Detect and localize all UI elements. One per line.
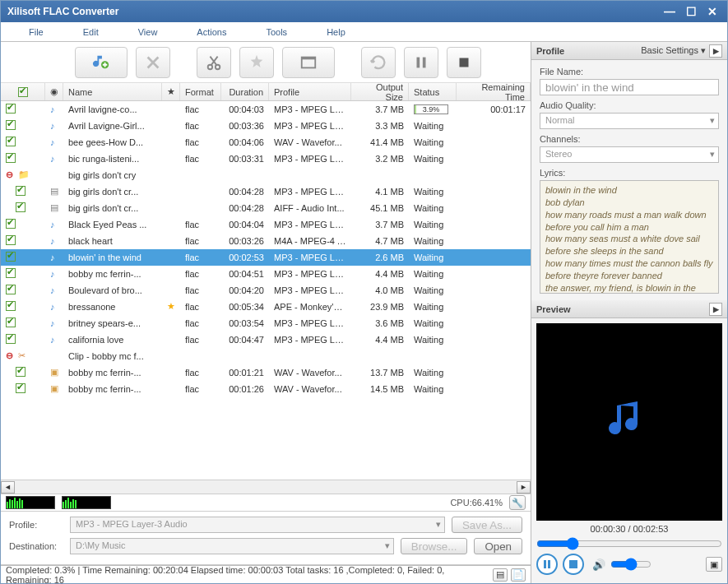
col-format[interactable]: Format bbox=[180, 83, 221, 100]
scroll-right-button[interactable]: ► bbox=[517, 481, 531, 494]
clip-button[interactable] bbox=[282, 47, 335, 78]
row-checkbox[interactable] bbox=[6, 252, 16, 262]
col-remaining[interactable]: Remaining Time bbox=[457, 83, 531, 100]
menu-file[interactable]: File bbox=[9, 24, 63, 40]
progress-bar: 3.9% bbox=[414, 104, 448, 114]
maximize-button[interactable]: ☐ bbox=[683, 5, 699, 18]
menu-view[interactable]: View bbox=[118, 24, 178, 40]
table-row[interactable]: ⊖ ✂Clip - bobby mc f... bbox=[1, 348, 531, 364]
svg-rect-5 bbox=[423, 57, 426, 67]
table-row[interactable]: ♪Black Eyed Peas ...flac00:04:04MP3 - MP… bbox=[1, 216, 531, 233]
table-row[interactable]: ♪Avril Lavigne-Girl...flac00:03:36MP3 - … bbox=[1, 118, 531, 134]
row-checkbox[interactable] bbox=[6, 334, 16, 344]
table-row[interactable]: ♪bic runga-listeni...flac00:03:31MP3 - M… bbox=[1, 151, 531, 167]
row-checkbox[interactable] bbox=[6, 285, 16, 294]
scroll-left-button[interactable]: ◄ bbox=[1, 481, 15, 494]
table-row[interactable]: ♪Avril lavigne-co...flac00:04:03MP3 - MP… bbox=[1, 101, 531, 118]
table-row[interactable]: ♪california loveflac00:04:47MP3 - MPEG L… bbox=[1, 331, 531, 348]
settings-button[interactable]: 🔧 bbox=[509, 495, 526, 510]
table-row[interactable]: ♪britney spears-e...flac00:03:54MP3 - MP… bbox=[1, 315, 531, 331]
row-checkbox[interactable] bbox=[6, 120, 16, 130]
preview-display bbox=[536, 323, 722, 521]
save-as-button[interactable]: Save As... bbox=[452, 517, 522, 533]
col-star[interactable]: ★ bbox=[162, 83, 180, 100]
lyrics-textarea[interactable]: blowin in the windbob dylanhow many road… bbox=[540, 180, 719, 294]
row-checkbox[interactable] bbox=[16, 202, 26, 212]
table-row[interactable]: ♪bressanone★flac00:05:34APE - Monkey's .… bbox=[1, 299, 531, 315]
col-output-size[interactable]: Output Size bbox=[351, 83, 409, 100]
row-checkbox[interactable] bbox=[6, 104, 16, 114]
quality-combo[interactable]: Normal bbox=[540, 113, 719, 129]
table-row[interactable]: ▣bobby mc ferrin-...flac00:01:26WAV - Wa… bbox=[1, 381, 531, 397]
row-checkbox[interactable] bbox=[6, 153, 16, 163]
play-pause-button[interactable] bbox=[536, 554, 558, 575]
table-row[interactable]: ♪bobby mc ferrin-...flac00:04:51MP3 - MP… bbox=[1, 266, 531, 282]
cut-button[interactable] bbox=[197, 47, 231, 78]
table-row[interactable]: ♪black heartflac00:03:26M4A - MPEG-4 A..… bbox=[1, 233, 531, 249]
channels-combo[interactable]: Stereo bbox=[540, 146, 719, 163]
row-checkbox[interactable] bbox=[6, 317, 16, 327]
profile-combo[interactable]: MP3 - MPEG Layer-3 Audio bbox=[70, 517, 445, 533]
player-controls: 🔊 ▣ bbox=[536, 550, 722, 578]
row-checkbox[interactable] bbox=[6, 219, 16, 229]
add-button[interactable] bbox=[75, 47, 128, 78]
table-row[interactable]: ♪blowin' in the windflac00:02:53MP3 - MP… bbox=[1, 249, 531, 266]
filename-input[interactable] bbox=[540, 79, 719, 95]
row-checkbox[interactable] bbox=[6, 137, 16, 146]
profile-title: Profile bbox=[536, 46, 564, 56]
col-type[interactable]: ◉ bbox=[45, 83, 63, 100]
row-checkbox[interactable] bbox=[6, 235, 16, 245]
open-button[interactable]: Open bbox=[474, 538, 522, 554]
menu-actions[interactable]: Actions bbox=[177, 24, 246, 40]
delete-button[interactable] bbox=[136, 47, 170, 78]
titlebar: Xilisoft FLAC Converter — ☐ ✕ bbox=[1, 1, 727, 22]
filename-label: File Name: bbox=[540, 67, 719, 76]
file-list[interactable]: ♪Avril lavigne-co...flac00:04:03MP3 - MP… bbox=[1, 101, 531, 480]
profile-panel: File Name: Audio Quality: Normal Channel… bbox=[531, 60, 727, 300]
report-button[interactable]: 📄 bbox=[511, 568, 526, 582]
col-status[interactable]: Status bbox=[409, 83, 457, 100]
stop-playback-button[interactable] bbox=[563, 554, 584, 575]
row-checkbox[interactable] bbox=[6, 268, 16, 278]
col-profile[interactable]: Profile bbox=[269, 83, 351, 100]
browse-button[interactable]: Browse... bbox=[401, 538, 468, 554]
minimize-button[interactable]: — bbox=[661, 5, 678, 18]
col-duration[interactable]: Duration bbox=[221, 83, 269, 100]
col-checkbox[interactable] bbox=[1, 83, 45, 100]
table-row[interactable]: ▤big girls don't cr...00:04:28MP3 - MPEG… bbox=[1, 183, 531, 200]
stop-button[interactable] bbox=[447, 47, 481, 78]
effects-button[interactable] bbox=[239, 47, 274, 78]
volume-icon[interactable]: 🔊 bbox=[592, 559, 605, 571]
profile-next-button[interactable]: ▶ bbox=[709, 44, 722, 58]
row-checkbox[interactable] bbox=[16, 186, 26, 196]
table-row[interactable]: ⊖ 📁big girls don't cry bbox=[1, 167, 531, 183]
table-row[interactable]: ▤big girls don't cr...00:04:28AIFF - Aud… bbox=[1, 200, 531, 216]
close-button[interactable]: ✕ bbox=[704, 5, 721, 18]
snapshot-button[interactable]: ▣ bbox=[706, 557, 722, 572]
preview-title: Preview bbox=[536, 304, 571, 314]
menu-help[interactable]: Help bbox=[307, 24, 365, 40]
collapse-icon[interactable]: ⊖ bbox=[6, 350, 16, 360]
menubar: File Edit View Actions Tools Help bbox=[1, 22, 727, 42]
menu-edit[interactable]: Edit bbox=[63, 24, 118, 40]
seek-slider[interactable] bbox=[536, 537, 722, 550]
destination-combo[interactable]: D:\My Music bbox=[70, 538, 394, 554]
basic-settings-dropdown[interactable]: Basic Settings ▾ bbox=[641, 45, 706, 56]
pause-button[interactable] bbox=[404, 47, 438, 78]
col-name[interactable]: Name bbox=[63, 83, 162, 100]
row-checkbox[interactable] bbox=[16, 383, 26, 393]
refresh-button[interactable] bbox=[361, 47, 396, 78]
collapse-icon[interactable]: ⊖ bbox=[6, 169, 16, 179]
volume-slider[interactable] bbox=[610, 558, 651, 571]
menu-tools[interactable]: Tools bbox=[246, 24, 307, 40]
cpu-graph-2 bbox=[62, 496, 111, 509]
table-row[interactable]: ▣bobby mc ferrin-...flac00:01:21WAV - Wa… bbox=[1, 364, 531, 381]
list-view-button[interactable]: ▤ bbox=[493, 568, 508, 582]
row-checkbox[interactable] bbox=[6, 301, 16, 311]
table-row[interactable]: ♪Boulevard of bro...flac00:04:20MP3 - MP… bbox=[1, 282, 531, 299]
app-window: Xilisoft FLAC Converter — ☐ ✕ File Edit … bbox=[0, 0, 728, 584]
horizontal-scrollbar[interactable]: ◄ ► bbox=[1, 480, 531, 494]
table-row[interactable]: ♪bee gees-How D...flac00:04:06WAV - Wave… bbox=[1, 134, 531, 151]
preview-next-button[interactable]: ▶ bbox=[709, 303, 722, 316]
row-checkbox[interactable] bbox=[16, 367, 26, 377]
